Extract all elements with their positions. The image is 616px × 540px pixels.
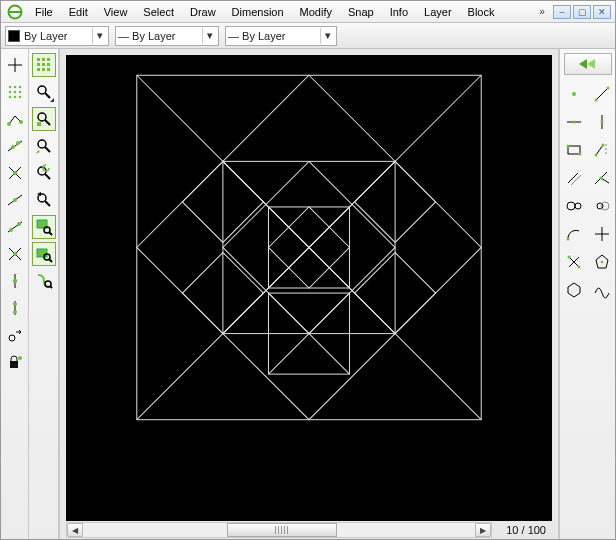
svg-rect-45 (47, 68, 50, 71)
menu-dimension[interactable]: Dimension (224, 4, 292, 20)
tool-angle-icon[interactable] (562, 250, 586, 274)
minimize-button[interactable]: – (553, 5, 571, 19)
svg-point-119 (600, 261, 603, 264)
tool-hline-icon[interactable] (562, 110, 586, 134)
color-combo-label: By Layer (24, 30, 71, 42)
svg-point-17 (16, 141, 20, 145)
snap-middle-icon[interactable] (3, 188, 27, 212)
svg-rect-42 (47, 63, 50, 66)
tool-spline-icon[interactable] (590, 278, 614, 302)
tool-circle2p-icon[interactable] (590, 194, 614, 218)
tool-point-icon[interactable] (562, 82, 586, 106)
svg-point-28 (13, 252, 17, 256)
toolbar-back-button[interactable] (564, 53, 612, 75)
svg-point-107 (567, 202, 575, 210)
menu-overflow-icon[interactable]: » (535, 5, 549, 19)
chevron-down-icon: ▾ (92, 28, 106, 44)
close-button[interactable]: ✕ (593, 5, 611, 19)
tool-circle-icon[interactable] (562, 194, 586, 218)
menu-info[interactable]: Info (382, 4, 416, 20)
snap-on-entity-icon[interactable] (3, 134, 27, 158)
svg-rect-40 (37, 63, 40, 66)
menu-select[interactable]: Select (135, 4, 182, 20)
tool-arc-icon[interactable] (562, 222, 586, 246)
restrict-nothing-icon[interactable] (3, 269, 27, 293)
snap-free-icon[interactable] (3, 53, 27, 77)
tool-polyline-icon[interactable] (590, 138, 614, 162)
svg-point-34 (9, 335, 15, 341)
tool-parallel-icon[interactable] (562, 166, 586, 190)
tool-polygon-icon[interactable] (590, 250, 614, 274)
menu-draw[interactable]: Draw (182, 4, 224, 20)
left-toolbars (1, 49, 59, 539)
svg-rect-50 (37, 122, 41, 126)
tool-hexagon-icon[interactable] (562, 278, 586, 302)
horizontal-scrollbar[interactable]: ◀ ▶ (66, 522, 492, 538)
view-toolbar (29, 49, 59, 539)
svg-line-103 (571, 175, 581, 185)
lock-relative-zero-icon[interactable] (3, 350, 27, 374)
svg-point-14 (19, 120, 23, 124)
selection-count: 10 / 100 (492, 524, 552, 536)
scroll-right-icon[interactable]: ▶ (475, 523, 491, 537)
snap-grid-icon[interactable] (3, 80, 27, 104)
zoom-out-icon[interactable] (32, 134, 56, 158)
tool-rect-icon[interactable] (562, 138, 586, 162)
svg-rect-61 (37, 249, 47, 257)
tool-line-icon[interactable] (590, 82, 614, 106)
svg-point-20 (13, 171, 17, 175)
svg-rect-37 (37, 58, 40, 61)
menu-modify[interactable]: Modify (292, 4, 340, 20)
svg-rect-35 (10, 361, 18, 368)
tool-tangent-icon[interactable] (590, 222, 614, 246)
zoom-window-icon[interactable] (32, 215, 56, 239)
svg-point-46 (38, 86, 46, 94)
svg-line-54 (45, 174, 50, 179)
svg-rect-43 (37, 68, 40, 71)
svg-point-99 (594, 154, 597, 157)
svg-marker-120 (568, 283, 580, 297)
maximize-button[interactable]: ▢ (573, 5, 591, 19)
svg-point-117 (577, 266, 580, 269)
zoom-redraw-icon[interactable] (32, 80, 56, 104)
tool-bisector-icon[interactable] (590, 166, 614, 190)
scroll-thumb[interactable] (227, 523, 337, 537)
menu-view[interactable]: View (96, 4, 136, 20)
svg-point-32 (13, 302, 17, 306)
svg-line-65 (50, 286, 52, 288)
linetype-combo[interactable]: — By Layer ▾ (225, 26, 337, 46)
svg-point-92 (572, 121, 575, 124)
zoom-previous-icon[interactable] (32, 188, 56, 212)
svg-line-63 (49, 259, 52, 262)
svg-marker-85 (579, 59, 587, 69)
scroll-left-icon[interactable]: ◀ (67, 523, 83, 537)
svg-point-30 (12, 279, 16, 283)
menu-snap[interactable]: Snap (340, 4, 382, 20)
window-controls: – ▢ ✕ (553, 5, 611, 19)
snap-intersection-icon[interactable] (3, 242, 27, 266)
restrict-ortho-icon[interactable] (3, 296, 27, 320)
snap-endpoint-icon[interactable] (3, 107, 27, 131)
relative-zero-icon[interactable] (3, 323, 27, 347)
svg-line-88 (596, 88, 608, 100)
tool-vline-icon[interactable] (590, 110, 614, 134)
svg-point-108 (575, 203, 581, 209)
snap-distance-icon[interactable] (3, 215, 27, 239)
zoom-pan-icon[interactable] (32, 242, 56, 266)
zoom-in-icon[interactable] (32, 107, 56, 131)
svg-point-12 (18, 96, 21, 99)
linewidth-combo[interactable]: — By Layer ▾ (115, 26, 219, 46)
zoom-auto-icon[interactable] (32, 161, 56, 185)
linewidth-combo-label: — By Layer (118, 30, 179, 42)
grid-icon[interactable] (32, 53, 56, 77)
menu-file[interactable]: File (27, 4, 61, 20)
zoom-selection-icon[interactable] (32, 269, 56, 293)
svg-point-110 (601, 202, 609, 210)
svg-rect-95 (568, 146, 580, 154)
drawing-canvas[interactable] (66, 55, 552, 521)
snap-center-icon[interactable] (3, 161, 27, 185)
menu-block[interactable]: Block (460, 4, 503, 20)
menu-layer[interactable]: Layer (416, 4, 460, 20)
color-combo[interactable]: By Layer ▾ (5, 26, 109, 46)
menu-edit[interactable]: Edit (61, 4, 96, 20)
